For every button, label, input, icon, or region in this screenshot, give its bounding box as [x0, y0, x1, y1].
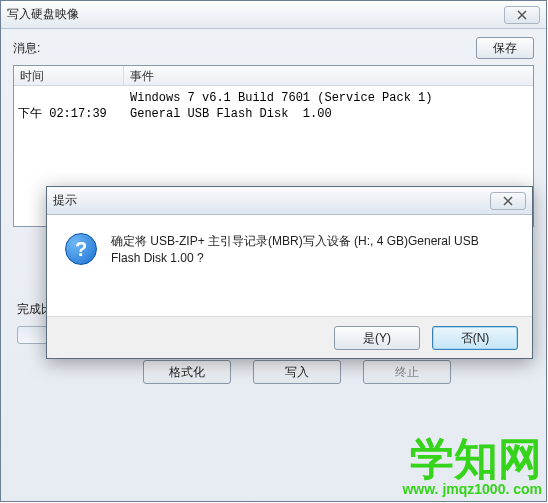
dialog-title: 提示 [53, 192, 490, 209]
main-title: 写入硬盘映像 [7, 6, 504, 23]
log-time [14, 90, 124, 106]
yes-button[interactable]: 是(Y) [334, 326, 420, 350]
dialog-text-line: 确定将 USB-ZIP+ 主引导记录(MBR)写入设备 (H:, 4 GB)Ge… [111, 233, 479, 250]
confirm-dialog: 提示 确定将 USB-ZIP+ 主引导记录(MBR)写入设备 (H:, 4 GB… [46, 186, 533, 359]
log-event: General USB Flash Disk 1.00 [124, 106, 533, 122]
stop-button[interactable]: 终止 [363, 360, 451, 384]
log-event: Windows 7 v6.1 Build 7601 (Service Pack … [124, 90, 533, 106]
log-row: 下午 02:17:39 General USB Flash Disk 1.00 [14, 106, 533, 122]
log-header: 时间 事件 [14, 66, 533, 86]
button-row: 格式化 写入 终止 [13, 360, 534, 384]
dialog-close-button[interactable] [490, 192, 526, 210]
dialog-text: 确定将 USB-ZIP+ 主引导记录(MBR)写入设备 (H:, 4 GB)Ge… [111, 233, 479, 267]
dialog-titlebar: 提示 [47, 187, 532, 215]
format-button[interactable]: 格式化 [143, 360, 231, 384]
close-icon [517, 10, 527, 20]
main-titlebar: 写入硬盘映像 [1, 1, 546, 29]
log-row: Windows 7 v6.1 Build 7601 (Service Pack … [14, 90, 533, 106]
dialog-text-line: Flash Disk 1.00 ? [111, 250, 479, 267]
log-time: 下午 02:17:39 [14, 106, 124, 122]
save-button[interactable]: 保存 [476, 37, 534, 59]
message-label: 消息: [13, 40, 476, 57]
close-icon [503, 196, 513, 206]
log-body: Windows 7 v6.1 Build 7601 (Service Pack … [14, 86, 533, 122]
dialog-footer: 是(Y) 否(N) [47, 316, 532, 358]
no-button[interactable]: 否(N) [432, 326, 518, 350]
write-button[interactable]: 写入 [253, 360, 341, 384]
main-close-button[interactable] [504, 6, 540, 24]
col-header-event[interactable]: 事件 [124, 66, 533, 85]
col-header-time[interactable]: 时间 [14, 66, 124, 85]
question-icon [65, 233, 97, 265]
dialog-body: 确定将 USB-ZIP+ 主引导记录(MBR)写入设备 (H:, 4 GB)Ge… [47, 215, 532, 267]
